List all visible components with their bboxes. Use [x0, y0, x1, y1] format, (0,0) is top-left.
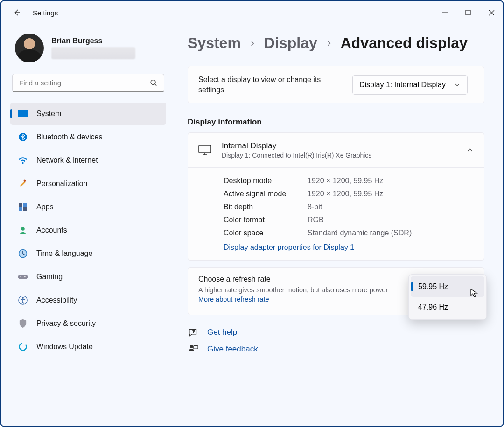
nav-label: Apps: [36, 203, 53, 211]
svg-rect-1: [466, 10, 470, 15]
nav-label: Windows Update: [36, 343, 93, 351]
titlebar: Settings: [1, 1, 503, 24]
nav-apps[interactable]: Apps: [10, 196, 166, 218]
nav-privacy[interactable]: Privacy & security: [10, 312, 166, 335]
profile-email-redacted: [51, 47, 135, 59]
nav-personalization[interactable]: Personalization: [10, 172, 166, 195]
svg-rect-24: [199, 145, 211, 153]
display-info-header[interactable]: Internal Display Display 1: Connected to…: [188, 133, 484, 167]
nav-time-language[interactable]: Time & language: [10, 242, 166, 265]
nav-label: Gaming: [36, 273, 63, 281]
kv-val: Standard dynamic range (SDR): [308, 229, 412, 237]
monitor-icon: [198, 145, 211, 155]
minimize-icon: [442, 10, 448, 15]
update-icon: [18, 342, 28, 352]
profile-block[interactable]: Brian Burgess: [10, 34, 166, 62]
nav-label: Accounts: [36, 226, 67, 234]
get-help-link[interactable]: Get help: [207, 328, 237, 337]
nav-windows-update[interactable]: Windows Update: [10, 336, 166, 358]
svg-rect-14: [23, 207, 27, 211]
nav-system[interactable]: System: [10, 103, 166, 125]
bluetooth-icon: [18, 132, 28, 142]
display-info-card: Internal Display Display 1: Connected to…: [188, 132, 484, 261]
adapter-properties-link[interactable]: Display adapter properties for Display 1: [224, 243, 354, 252]
back-arrow-icon: [13, 8, 21, 17]
kv-key: Desktop mode: [224, 177, 308, 185]
apps-icon: [18, 202, 28, 212]
nav-accessibility[interactable]: Accessibility: [10, 289, 166, 311]
kv-val: 8-bit: [308, 203, 322, 211]
shield-icon: [18, 318, 28, 329]
paintbrush-icon: [18, 179, 28, 189]
svg-point-19: [20, 276, 21, 278]
svg-rect-13: [19, 207, 22, 211]
svg-rect-18: [18, 275, 28, 279]
refresh-rate-card: Choose a refresh rate A higher rate give…: [188, 267, 484, 315]
accessibility-icon: [18, 295, 28, 305]
display-info-body: Desktop mode1920 × 1200, 59.95 Hz Active…: [188, 167, 484, 260]
chevron-up-icon: [466, 146, 474, 154]
avatar: [15, 34, 44, 62]
refresh-rate-dropdown: 59.95 Hz 47.96 Hz: [408, 274, 487, 320]
svg-rect-6: [18, 110, 28, 117]
kv-key: Color space: [224, 229, 308, 237]
display-info-title: Internal Display: [222, 141, 456, 151]
display-select-dropdown[interactable]: Display 1: Internal Display: [352, 75, 468, 95]
nav-gaming[interactable]: Gaming: [10, 266, 166, 288]
select-display-prompt: Select a display to view or change its s…: [198, 75, 343, 95]
minimize-button[interactable]: [433, 1, 456, 24]
wifi-icon: [18, 155, 28, 165]
maximize-icon: [465, 10, 471, 15]
help-icon: ?: [188, 327, 199, 337]
nav-label: Privacy & security: [36, 319, 96, 328]
nav-label: Time & language: [36, 249, 92, 258]
kv-val: RGB: [308, 216, 324, 224]
refresh-subtitle: A higher rate gives smoother motion, but…: [198, 285, 394, 304]
close-icon: [489, 10, 495, 16]
more-refresh-link[interactable]: More about refresh rate: [198, 296, 269, 303]
footer-links: ? Get help Give feedback: [188, 327, 484, 354]
svg-point-22: [22, 297, 24, 299]
feedback-icon: [188, 344, 199, 354]
nav-label: Bluetooth & devices: [36, 133, 102, 141]
system-icon: [18, 109, 28, 119]
select-display-card: Select a display to view or change its s…: [188, 66, 484, 103]
kv-key: Bit depth: [224, 203, 308, 211]
display-info-subtitle: Display 1: Connected to Intel(R) Iris(R)…: [222, 152, 456, 159]
svg-rect-12: [23, 203, 27, 207]
display-select-value: Display 1: Internal Display: [359, 81, 446, 89]
svg-point-28: [190, 345, 193, 348]
breadcrumb-display[interactable]: Display: [264, 34, 317, 52]
refresh-option-5995[interactable]: 59.95 Hz: [411, 276, 484, 297]
nav-label: System: [36, 110, 61, 118]
kv-key: Color format: [224, 216, 308, 224]
window-title: Settings: [33, 9, 58, 17]
settings-window: Settings Brian Burgess: [0, 0, 504, 427]
search-icon: [150, 79, 158, 87]
main-panel: System Display Advanced display Select a…: [174, 24, 503, 426]
nav-label: Network & internet: [36, 156, 98, 165]
gamepad-icon: [18, 272, 28, 282]
search-input[interactable]: [12, 74, 164, 92]
nav-label: Personalization: [36, 179, 87, 188]
kv-key: Active signal mode: [224, 190, 308, 198]
svg-rect-29: [194, 345, 198, 348]
chevron-down-icon: [454, 82, 461, 88]
close-button[interactable]: [480, 1, 503, 24]
nav-bluetooth[interactable]: Bluetooth & devices: [10, 126, 166, 148]
back-button[interactable]: [9, 5, 24, 20]
cursor-icon: [470, 289, 478, 298]
kv-val: 1920 × 1200, 59.95 Hz: [308, 177, 383, 185]
svg-point-4: [151, 80, 155, 85]
svg-line-5: [155, 84, 157, 86]
give-feedback-link[interactable]: Give feedback: [207, 344, 258, 354]
svg-point-15: [21, 227, 25, 231]
nav-label: Accessibility: [36, 296, 77, 304]
section-display-information: Display information: [188, 117, 484, 127]
breadcrumb-current: Advanced display: [341, 34, 468, 52]
nav-network[interactable]: Network & internet: [10, 149, 166, 172]
breadcrumb-system[interactable]: System: [188, 34, 241, 52]
refresh-option-4796[interactable]: 47.96 Hz: [411, 297, 484, 317]
nav-accounts[interactable]: Accounts: [10, 219, 166, 241]
maximize-button[interactable]: [456, 1, 480, 24]
